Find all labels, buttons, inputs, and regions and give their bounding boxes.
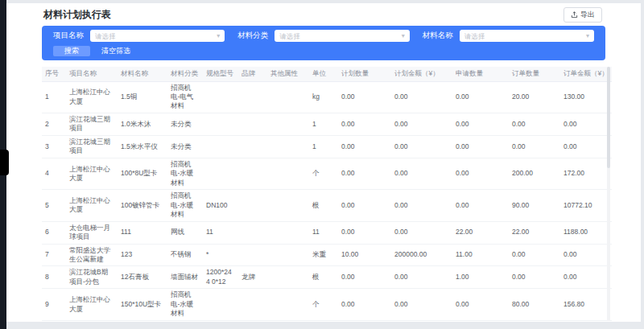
main-card: 材料计划执行表 导出 项目名称 ▾ 材料分类 — [6, 3, 641, 322]
table-cell: 个 — [309, 158, 338, 189]
table-cell: 100*8U型卡 — [118, 158, 167, 189]
table-cell: 滨江花城B期项目-分包 — [66, 266, 118, 289]
table-cell: 招商机电-水暖材料 — [167, 190, 203, 221]
sidebar-toggle-handle[interactable] — [0, 150, 9, 175]
material-category-select[interactable]: ▾ — [275, 30, 409, 42]
column-header: 材料分类 — [167, 67, 203, 81]
table-cell: 90.00 — [509, 190, 560, 221]
filter-field-category: 材料分类 ▾ — [237, 30, 409, 42]
table-cell: 2 — [42, 113, 66, 135]
table-cell: 150*10U型卡 — [118, 289, 167, 320]
clear-filters-link[interactable]: 清空筛选 — [101, 46, 130, 56]
table-cell — [203, 135, 238, 158]
table-cell — [267, 221, 309, 244]
table-cell: 米重 — [309, 244, 338, 266]
page-title: 材料计划执行表 — [43, 8, 111, 22]
vertical-scrollbar — [607, 67, 610, 321]
table-cell — [203, 81, 238, 113]
column-header: 申请数量 — [452, 67, 509, 81]
table-cell: 根 — [309, 190, 338, 221]
filter-panel: 项目名称 ▾ 材料分类 ▾ 材料名称 — [42, 26, 605, 60]
table-cell: 22.00 — [452, 221, 509, 244]
table-cell — [267, 135, 309, 158]
table-cell: 0.00 — [452, 113, 509, 135]
material-name-select[interactable]: ▾ — [460, 30, 594, 42]
column-header: 项目名称 — [66, 67, 118, 81]
table-cell: 龙牌 — [238, 266, 267, 289]
table-row: 1上海松江中心大厦1.5铜招商机电-电气材料kg0.000.000.0020.0… — [42, 81, 612, 113]
table-cell — [267, 244, 309, 266]
table-cell: 200000.00 — [391, 244, 452, 266]
material-category-select-input[interactable] — [279, 32, 398, 40]
table-cell: 1.00 — [452, 266, 509, 289]
table-row: 3滨江花城三期项目1.5米水平仪未分类10.000.000.000.000.00 — [42, 135, 612, 158]
column-header: 单位 — [309, 67, 338, 81]
column-header: 其他属性 — [267, 67, 309, 81]
table-cell: 不锈钢 — [167, 244, 203, 266]
filter-field-material: 材料名称 ▾ — [423, 30, 594, 42]
table-cell: 0.00 — [391, 81, 452, 113]
table-cell: 1.0米木沐 — [118, 113, 167, 135]
table-row: 6太仓电梯一月球项目111网线11110.000.0022.0022.00118… — [42, 221, 612, 244]
table-cell: 未分类 — [167, 135, 203, 158]
table-cell: 个 — [309, 289, 338, 320]
table-cell: 0.00 — [338, 158, 391, 189]
table-cell: 0.00 — [509, 135, 560, 158]
table-cell — [238, 158, 267, 189]
table-cell — [267, 158, 309, 189]
chevron-down-icon: ▾ — [586, 33, 589, 39]
table-cell: 22.00 — [509, 221, 560, 244]
table-cell: 滨江花城三期项目 — [66, 135, 118, 158]
search-button[interactable]: 搜索 — [53, 46, 90, 56]
table-cell — [238, 135, 267, 158]
column-header: 订单金额（¥） — [560, 67, 612, 81]
filter-field-project: 项目名称 ▾ — [53, 30, 225, 42]
table-cell — [238, 81, 267, 113]
table-cell: 0.00 — [452, 158, 509, 189]
table-cell: 0.00 — [560, 135, 612, 158]
table-cell: 未分类 — [167, 113, 203, 135]
table-cell — [203, 113, 238, 135]
project-name-label: 项目名称 — [53, 31, 84, 41]
table-cell — [238, 289, 267, 320]
table-row: 9上海松江中心大厦150*10U型卡招商机电-水暖材料个0.000.000.00… — [42, 289, 612, 320]
table-cell: * — [203, 244, 238, 266]
table-header-row: 序号项目名称材料名称材料分类规格型号品牌其他属性单位计划数量计划金额（¥）申请数… — [42, 67, 612, 81]
table-row: 5上海松江中心大厦100镀锌管卡招商机电-水暖材料DN100根0.000.000… — [42, 190, 612, 221]
vertical-scrollbar-thumb[interactable] — [607, 67, 610, 168]
table-cell: 172.00 — [560, 158, 612, 189]
project-name-select-input[interactable] — [95, 32, 213, 40]
table-cell: 7 — [42, 244, 66, 266]
column-header: 材料名称 — [118, 67, 167, 81]
table-cell: 4 — [42, 158, 66, 189]
table-row: 7常阳盛达大学生公寓新建123不锈钢*米重10.00200000.0011.00… — [42, 244, 612, 266]
table-cell: 0.00 — [391, 289, 452, 320]
table-cell: 0.00 — [509, 266, 560, 289]
export-button[interactable]: 导出 — [564, 7, 602, 23]
table-cell: 0.00 — [560, 113, 612, 135]
filter-row: 项目名称 ▾ 材料分类 ▾ 材料名称 — [53, 30, 594, 42]
table-cell: 10.00 — [338, 244, 391, 266]
table-cell: 0.00 — [338, 81, 391, 113]
table-cell: 0.00 — [338, 221, 391, 244]
table-cell: 0.00 — [452, 289, 509, 320]
table-cell: 0.00 — [391, 190, 452, 221]
table-cell: 3 — [42, 135, 66, 158]
table-cell: 5 — [42, 190, 66, 221]
table-cell: 0.00 — [391, 266, 452, 289]
table-cell — [238, 113, 267, 135]
table-row: 2滨江花城三期项目1.0米木沐未分类10.000.000.000.000.00 — [42, 113, 612, 135]
project-name-select[interactable]: ▾ — [90, 30, 225, 42]
table-cell — [267, 266, 309, 289]
table-cell: 1.5米水平仪 — [118, 135, 167, 158]
table-cell: 6 — [42, 221, 66, 244]
table-cell: 0.00 — [338, 266, 391, 289]
table-cell: 上海松江中心大厦 — [66, 289, 118, 320]
table-cell: 80.00 — [509, 289, 560, 320]
table-cell: 0.00 — [452, 135, 509, 158]
material-name-select-input[interactable] — [464, 32, 583, 40]
export-button-label: 导出 — [580, 10, 595, 20]
column-header: 订单数量 — [509, 67, 560, 81]
column-header: 规格型号 — [203, 67, 238, 81]
table-cell: kg — [309, 81, 338, 113]
